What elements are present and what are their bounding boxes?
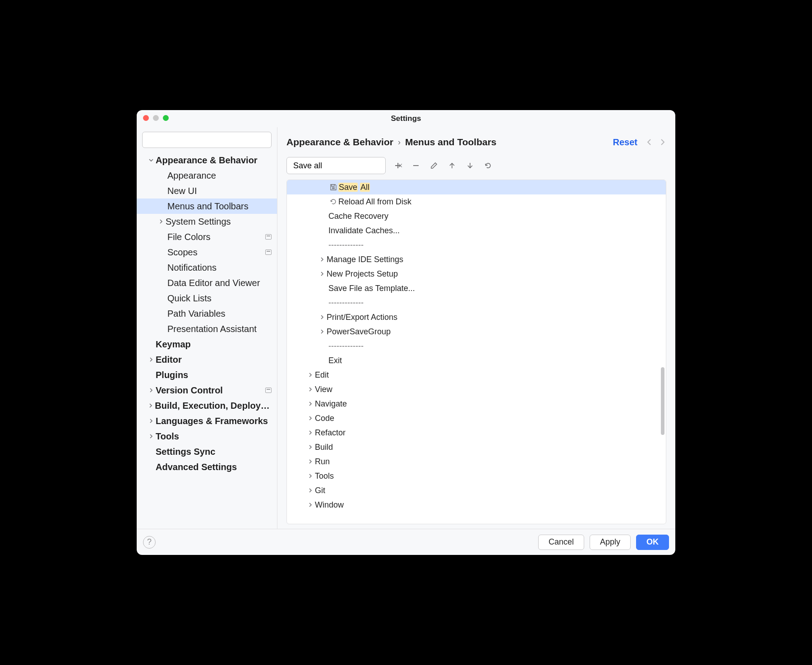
action-item[interactable]: Git <box>287 483 666 498</box>
sidebar-item-label: Appearance & Behavior <box>156 155 272 166</box>
sidebar-item[interactable]: Appearance & Behavior <box>137 152 277 168</box>
sidebar-item-label: Languages & Frameworks <box>156 416 272 426</box>
close-icon[interactable] <box>143 115 149 121</box>
action-item-label: ------------- <box>328 342 364 351</box>
add-button[interactable] <box>392 160 404 171</box>
action-item[interactable]: ------------- <box>287 339 666 353</box>
sidebar-item[interactable]: Settings Sync <box>137 444 277 459</box>
action-item-label: Edit <box>315 370 329 380</box>
apply-button[interactable]: Apply <box>590 535 631 550</box>
window-title: Settings <box>391 114 421 123</box>
sidebar-item[interactable]: Version Control <box>137 383 277 398</box>
actions-toolbar: × <box>277 157 675 180</box>
action-item[interactable]: Build <box>287 440 666 454</box>
revert-button[interactable] <box>482 160 494 171</box>
sidebar-item[interactable]: Editor <box>137 352 277 367</box>
action-item-label: PowerSaveGroup <box>327 327 391 337</box>
action-item[interactable]: View <box>287 382 666 397</box>
chevron-right-icon <box>306 502 315 508</box>
sidebar-search-input[interactable] <box>142 132 272 148</box>
actions-tree[interactable]: Save AllReload All from DiskCache Recove… <box>287 180 666 524</box>
help-button[interactable]: ? <box>143 536 156 549</box>
cancel-button[interactable]: Cancel <box>538 535 584 550</box>
chevron-right-icon <box>306 401 315 406</box>
minimize-icon[interactable] <box>153 115 159 121</box>
settings-sidebar: Appearance & BehaviorAppearanceNew UIMen… <box>137 127 277 529</box>
settings-body: Appearance & BehaviorAppearanceNew UIMen… <box>137 127 675 529</box>
action-item[interactable]: Refactor <box>287 425 666 440</box>
action-item-label: Git <box>315 486 325 495</box>
action-item-label: Save File as Template... <box>328 284 415 293</box>
action-item[interactable]: New Projects Setup <box>287 267 666 281</box>
sidebar-item-label: New UI <box>167 186 272 196</box>
action-item[interactable]: Print/Export Actions <box>287 310 666 324</box>
action-item[interactable]: Exit <box>287 353 666 368</box>
sidebar-item-label: Notifications <box>167 263 272 273</box>
settings-window: Settings Appearance & BehaviorAppearance… <box>137 110 675 555</box>
edit-button[interactable] <box>428 160 440 171</box>
sidebar-item-label: File Colors <box>167 232 265 242</box>
action-item[interactable]: ------------- <box>287 296 666 310</box>
action-item[interactable]: Save All <box>287 180 666 194</box>
sidebar-item[interactable]: Keymap <box>137 337 277 352</box>
action-item[interactable]: Tools <box>287 469 666 483</box>
settings-main: Appearance & Behavior › Menus and Toolba… <box>277 127 675 529</box>
sidebar-item[interactable]: Path Variables <box>137 306 277 321</box>
chevron-right-icon <box>147 434 156 439</box>
sidebar-item[interactable]: Presentation Assistant <box>137 321 277 337</box>
filter-input[interactable] <box>293 161 398 171</box>
chevron-right-icon <box>306 488 315 493</box>
reset-link[interactable]: Reset <box>613 137 637 148</box>
sidebar-item[interactable]: Build, Execution, Deployment <box>137 398 277 413</box>
chevron-right-icon <box>306 459 315 464</box>
action-item[interactable]: Code <box>287 411 666 425</box>
sidebar-item[interactable]: Advanced Settings <box>137 459 277 475</box>
sidebar-item[interactable]: Scopes <box>137 245 277 260</box>
action-item[interactable]: Manage IDE Settings <box>287 252 666 267</box>
nav-forward-icon[interactable] <box>658 138 666 146</box>
sidebar-item[interactable]: Quick Lists <box>137 291 277 306</box>
action-item[interactable]: Cache Recovery <box>287 209 666 223</box>
sidebar-search[interactable] <box>142 132 272 148</box>
chevron-down-icon <box>147 157 156 163</box>
action-item[interactable]: Invalidate Caches... <box>287 223 666 238</box>
scrollbar[interactable] <box>661 367 664 435</box>
move-up-button[interactable] <box>446 160 458 171</box>
sidebar-item[interactable]: File Colors <box>137 229 277 245</box>
filter-box[interactable]: × <box>286 157 386 174</box>
sidebar-item[interactable]: System Settings <box>137 214 277 229</box>
action-item[interactable]: Save File as Template... <box>287 281 666 296</box>
sidebar-item[interactable]: Tools <box>137 429 277 444</box>
sidebar-tree[interactable]: Appearance & BehaviorAppearanceNew UIMen… <box>137 152 277 529</box>
breadcrumb-part-0[interactable]: Appearance & Behavior <box>286 137 393 148</box>
action-item[interactable]: Run <box>287 454 666 469</box>
zoom-icon[interactable] <box>163 115 169 121</box>
action-item-label: Tools <box>315 471 334 481</box>
action-item-label: Print/Export Actions <box>327 313 397 322</box>
sidebar-item[interactable]: New UI <box>137 183 277 199</box>
action-item[interactable]: Reload All from Disk <box>287 194 666 209</box>
action-item[interactable]: ------------- <box>287 238 666 252</box>
sidebar-item-label: Tools <box>156 431 272 442</box>
sidebar-item[interactable]: Data Editor and Viewer <box>137 275 277 291</box>
sidebar-item[interactable]: Plugins <box>137 367 277 383</box>
breadcrumb-part-1: Menus and Toolbars <box>405 137 497 148</box>
action-item[interactable]: Edit <box>287 368 666 382</box>
breadcrumb-separator: › <box>398 138 401 147</box>
chevron-right-icon <box>157 219 166 224</box>
move-down-button[interactable] <box>464 160 476 171</box>
chevron-right-icon <box>306 444 315 450</box>
action-item[interactable]: Navigate <box>287 397 666 411</box>
action-item[interactable]: Window <box>287 498 666 512</box>
chevron-right-icon <box>318 329 327 334</box>
remove-button[interactable] <box>410 160 422 171</box>
sidebar-item[interactable]: Notifications <box>137 260 277 275</box>
sidebar-item[interactable]: Menus and Toolbars <box>137 199 277 214</box>
ok-button[interactable]: OK <box>636 535 669 550</box>
action-item-label: Cache Recovery <box>328 212 388 221</box>
nav-back-icon[interactable] <box>646 138 654 146</box>
action-item[interactable]: PowerSaveGroup <box>287 324 666 339</box>
sidebar-item[interactable]: Languages & Frameworks <box>137 413 277 429</box>
sidebar-item[interactable]: Appearance <box>137 168 277 183</box>
sidebar-item-label: Path Variables <box>167 309 272 319</box>
